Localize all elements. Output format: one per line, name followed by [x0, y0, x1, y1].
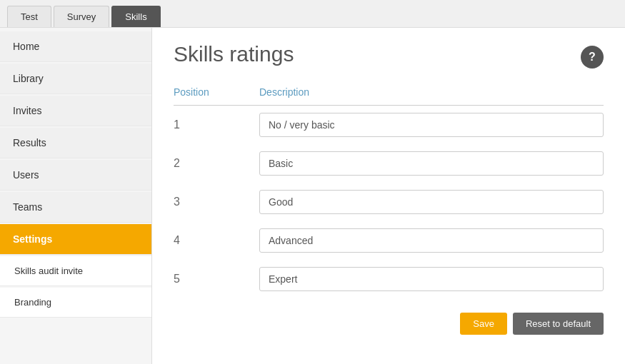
- table-row: 4: [174, 221, 604, 260]
- page-header: Skills ratings ?: [174, 42, 604, 69]
- table-row: 3: [174, 183, 604, 221]
- rating-input-2[interactable]: [259, 151, 604, 176]
- tab-survey[interactable]: Survey: [54, 6, 109, 27]
- help-button[interactable]: ?: [581, 46, 604, 69]
- position-cell: 5: [174, 260, 259, 298]
- sidebar-item-skills-audit-invite[interactable]: Skills audit invite: [0, 256, 151, 286]
- sidebar-item-library[interactable]: Library: [0, 64, 151, 94]
- position-cell: 2: [174, 144, 259, 183]
- sidebar-item-results[interactable]: Results: [0, 128, 151, 158]
- sidebar-item-branding[interactable]: Branding: [0, 288, 151, 318]
- tab-skills[interactable]: Skills: [111, 6, 160, 27]
- sidebar-item-teams[interactable]: Teams: [0, 192, 151, 223]
- tab-test[interactable]: Test: [7, 6, 51, 27]
- table-row: 2: [174, 144, 604, 183]
- position-cell: 4: [174, 221, 259, 260]
- col-position-header: Position: [174, 83, 259, 106]
- main-layout: Home Library Invites Results Users Teams…: [0, 28, 625, 364]
- description-cell: [259, 106, 604, 145]
- description-cell: [259, 183, 604, 221]
- page-title: Skills ratings: [174, 42, 294, 66]
- sidebar: Home Library Invites Results Users Teams…: [0, 28, 152, 364]
- description-cell: [259, 221, 604, 260]
- rating-input-3[interactable]: [259, 190, 604, 214]
- rating-input-1[interactable]: [259, 113, 604, 137]
- position-cell: 3: [174, 183, 259, 221]
- col-description-header: Description: [259, 83, 604, 106]
- position-cell: 1: [174, 106, 259, 145]
- description-cell: [259, 260, 604, 298]
- table-row: 5: [174, 260, 604, 298]
- sidebar-item-settings[interactable]: Settings: [0, 224, 151, 255]
- sidebar-item-invites[interactable]: Invites: [0, 96, 151, 126]
- sidebar-item-home[interactable]: Home: [0, 31, 151, 62]
- save-button[interactable]: Save: [460, 313, 507, 335]
- reset-to-default-button[interactable]: Reset to default: [513, 313, 604, 335]
- description-cell: [259, 144, 604, 183]
- footer-actions: Save Reset to default: [174, 313, 604, 335]
- content-area: Skills ratings ? Position Description 12…: [152, 28, 625, 364]
- ratings-table: Position Description 12345: [174, 83, 604, 298]
- top-tab-bar: Test Survey Skills: [0, 0, 625, 28]
- table-row: 1: [174, 106, 604, 145]
- sidebar-item-users[interactable]: Users: [0, 160, 151, 191]
- rating-input-5[interactable]: [259, 267, 604, 291]
- rating-input-4[interactable]: [259, 228, 604, 253]
